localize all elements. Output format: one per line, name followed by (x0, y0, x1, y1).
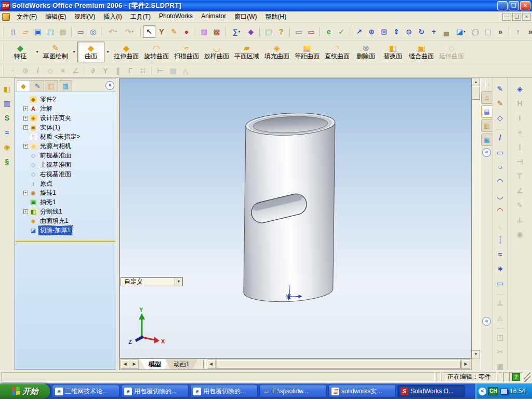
planar-surface-button[interactable]: ▰ 平面区域 (232, 42, 262, 62)
displaymanager-tab[interactable]: ▦ (59, 80, 72, 91)
hidden-lines-visible-icon[interactable]: ▢ ▾ (482, 25, 494, 38)
toolbar-collapse-button[interactable]: « (482, 317, 491, 326)
group-dropdown-arrow[interactable]: ▾ (104, 42, 111, 62)
wireframe-icon[interactable]: ▢ ▾ (469, 25, 482, 38)
save-icon[interactable]: ▣ ▾ (32, 25, 44, 38)
child-minimize-button[interactable]: — (502, 13, 511, 21)
start-button[interactable]: 开始 (0, 383, 50, 399)
tangent-arc-icon[interactable]: ◡ (495, 190, 506, 202)
expand-plus-box[interactable]: + (23, 144, 28, 149)
task-solidworks[interactable]: S SolidWorks O... (397, 385, 465, 397)
tree-item-splitline1[interactable]: + ◧ 分割线1 (15, 207, 116, 216)
sketch-fillet-icon[interactable]: ◟ (495, 219, 506, 231)
vertical-ordinate-icon[interactable]: ⊤ (514, 170, 526, 182)
menu-help[interactable]: 帮助(H) (261, 11, 290, 22)
trim-entities-icon[interactable]: ✂ (495, 346, 506, 357)
undo-icon[interactable]: ↶ ▾ (104, 25, 121, 38)
group-dropdown-arrow[interactable]: ▾ (71, 42, 77, 62)
display-state-combobox[interactable]: 自定义 ▼ (121, 277, 183, 286)
tree-item-solid-bodies[interactable]: + ▣ 实体(1) (15, 123, 116, 132)
make-drawing-from-part-icon[interactable]: ▤ ▾ (44, 25, 57, 38)
edit-color-icon[interactable]: ▦ ▾ (198, 25, 210, 38)
dotted-snap-icon[interactable]: ∷ (137, 64, 149, 77)
autodimension-icon[interactable]: ✎ (514, 200, 526, 211)
internet-e-icon[interactable]: e ▾ (323, 25, 335, 38)
edit-sketch-icon[interactable]: ◇ (495, 112, 506, 124)
sketch-group-button[interactable]: ✎ 草图绘制 (41, 42, 71, 62)
tree-item-material[interactable]: + ≡ 材质 <未指定> (15, 132, 116, 141)
toolbar-grip[interactable] (3, 25, 4, 37)
texture-icon[interactable]: ▩ ▾ (210, 25, 223, 38)
toolbar-overflow-icon[interactable]: » ▾ (494, 25, 507, 38)
task-sanwei-forum[interactable]: e 三维网技术论... (52, 385, 119, 397)
child-close-button[interactable]: × (522, 13, 531, 21)
child-restore-button[interactable]: ❏ (512, 13, 521, 21)
minimize-button[interactable]: _ (497, 1, 508, 10)
revolved-surface-button[interactable]: ◠ 旋转曲面 (141, 42, 171, 62)
hscroll-left-button[interactable]: ◀ (207, 360, 216, 369)
taskpane-home-tab[interactable]: ⌂ (481, 91, 492, 104)
close-button[interactable]: × (520, 1, 530, 10)
toolbar-overflow-2-icon[interactable]: » ▾ (524, 25, 532, 38)
expand-plus-box[interactable]: + (23, 209, 28, 214)
menu-photoworks[interactable]: PhotoWorks (155, 11, 197, 22)
tangent-snap-icon[interactable]: ∂ (87, 64, 99, 77)
edrawings-publish-icon[interactable]: ▭ ▾ (305, 25, 317, 38)
print-icon[interactable]: ▭ ▾ (74, 25, 87, 38)
ime-indicator[interactable]: CH (488, 387, 498, 395)
toolbar-grip[interactable] (3, 65, 4, 75)
angle-snap-icon[interactable]: ∠ (69, 64, 82, 77)
three-point-arc-icon[interactable]: ◠ (495, 205, 506, 216)
split-line-tool-icon[interactable]: ◧ (2, 83, 13, 95)
hyperlink-icon[interactable]: ✓ ▾ (335, 25, 348, 38)
graphics-viewport[interactable]: Y X Z (119, 78, 472, 358)
quick-tips-cell[interactable]: ? (509, 372, 523, 382)
menu-view[interactable]: 视图(V) (70, 11, 99, 22)
tree-item-right-plane[interactable]: + ◇ 右视基准面 (15, 169, 116, 179)
sketch-icon[interactable]: ✎ (495, 83, 506, 95)
taskpane-file-explorer-tab[interactable]: ▥ (481, 119, 492, 132)
menu-edit[interactable]: 编辑(E) (41, 11, 70, 22)
task-wrap-cut-2[interactable]: e 用包覆切除的... (190, 385, 258, 397)
sketch-toggle-icon[interactable]: ✎ ▾ (168, 25, 180, 38)
attach-icon[interactable]: ◉ (514, 229, 526, 240)
rollback-bar[interactable] (16, 241, 115, 242)
projected-curve-icon[interactable]: ▥ (2, 98, 13, 109)
tab-scroll-left-button[interactable]: ◀ (121, 360, 129, 369)
tray-chevron-button[interactable]: < (478, 388, 486, 395)
ruled-surface-button[interactable]: ◝ 直纹曲面 (322, 42, 352, 62)
network-icon[interactable] (500, 389, 508, 394)
baseline-dimension-icon[interactable]: ≡ (514, 127, 526, 138)
restore-button[interactable]: ❏ (509, 1, 519, 10)
model-tab[interactable]: 模型 (140, 359, 169, 369)
taskpane-design-library-tab[interactable]: ▤ (481, 105, 492, 118)
features-group-button[interactable]: ◆ 特征 (7, 42, 34, 62)
tree-item-top-plane[interactable]: + ◇ 上视基准面 (15, 160, 116, 169)
intersection-snap-icon[interactable]: × (57, 64, 69, 77)
group-dropdown-arrow[interactable]: ▾ (34, 42, 41, 62)
zoom-out-icon[interactable]: ⊖ ▾ (403, 25, 415, 38)
point-tool-icon[interactable]: ∗ (495, 263, 506, 274)
menu-insert[interactable]: 插入(I) (99, 11, 126, 22)
display-relations-icon[interactable]: ◬ (495, 312, 506, 323)
taskpane-view-palette-tab[interactable]: ▦ (481, 134, 492, 146)
smart-dimension-icon[interactable]: ◈ (514, 83, 526, 95)
vscroll-up-button[interactable]: ▲ (472, 78, 480, 86)
midpoint-snap-icon[interactable]: ◇ (44, 64, 57, 77)
parallel-snap-icon[interactable]: ∥ (112, 64, 124, 77)
redo-icon[interactable]: ↷ ▾ (121, 25, 138, 38)
task-explorer-folder[interactable]: ▱ E:\sj\solidw... (259, 385, 327, 397)
horizontal-dimension-icon[interactable]: H (514, 98, 526, 109)
select-icon[interactable]: ↖ ▾ (143, 25, 155, 38)
align-icon[interactable]: ⊥ (514, 214, 526, 225)
combobox-dropdown-button[interactable]: ▼ (175, 278, 182, 286)
spline-tool-icon[interactable]: ≈ (495, 248, 506, 260)
tree-item-design-binder[interactable]: + ◈ 设计活页夹 (15, 113, 116, 123)
zoom-in-out-icon[interactable]: ⇕ ▾ (390, 25, 403, 38)
grid-icon[interactable]: ▦ (167, 64, 179, 77)
add-relation-icon[interactable]: ⊥ (495, 297, 506, 309)
centerline-tool-icon[interactable]: ┆ (495, 234, 506, 245)
configurationmanager-tab[interactable]: ▤ (45, 80, 58, 91)
quick-tips-icon[interactable]: ? (512, 373, 520, 381)
extend-surface-button[interactable]: ◇ 延伸曲面 (436, 42, 467, 62)
